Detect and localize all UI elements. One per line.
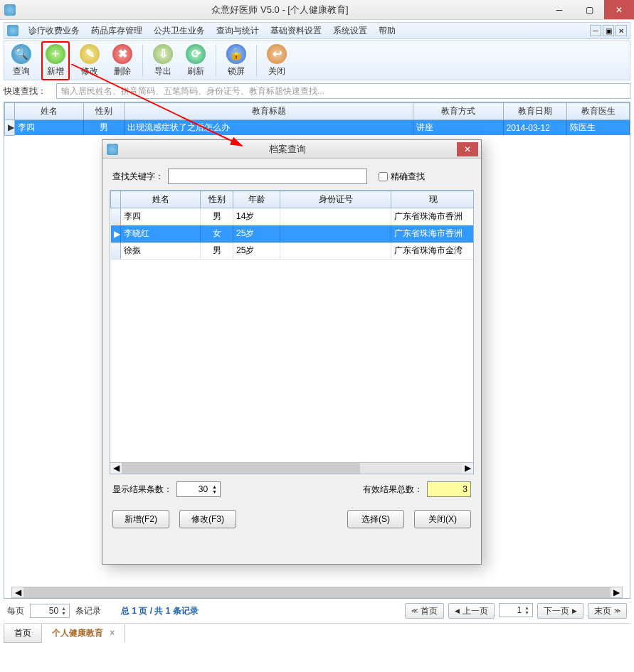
last-page-button[interactable]: 末页≫ — [588, 603, 627, 619]
toolbar-add-button[interactable]: ＋ 新增 — [41, 41, 70, 80]
cell-date: 2014-03-12 — [503, 120, 567, 136]
separator — [256, 45, 257, 76]
cell-method: 讲座 — [413, 120, 503, 136]
table-row[interactable]: ▶ 李四 男 出现流感症状了之后怎么办 讲座 2014-03-12 陈医生 — [5, 120, 630, 136]
close-icon: ↩ — [267, 44, 287, 64]
valid-count-field: 3 — [427, 481, 471, 497]
col-method-header[interactable]: 教育方式 — [413, 103, 503, 120]
row-marker: ▶ — [111, 225, 121, 242]
window-minimize-button[interactable]: ─ — [544, 0, 574, 19]
menu-inventory[interactable]: 药品库存管理 — [85, 23, 148, 38]
table-row[interactable]: 李四 男 14岁 广东省珠海市香洲 — [111, 208, 475, 225]
scroll-right-arrow[interactable]: ▶ — [462, 463, 473, 474]
scroll-left-arrow[interactable]: ◀ — [110, 463, 122, 474]
window-close-button[interactable]: ✕ — [604, 0, 634, 19]
separator — [142, 45, 143, 76]
per-page-spinner[interactable]: 50 ▲▼ — [30, 604, 70, 618]
dcol-addr-header[interactable]: 现 — [391, 191, 475, 208]
menu-system[interactable]: 系统设置 — [327, 23, 373, 38]
keyword-label: 查找关键字： — [112, 171, 164, 183]
records-label: 条记录 — [75, 605, 101, 617]
mdi-minimize-button[interactable]: ─ — [590, 25, 601, 36]
scroll-thumb[interactable] — [122, 463, 360, 474]
scroll-left-arrow[interactable]: ◀ — [12, 587, 23, 597]
exact-search-checkbox[interactable]: 精确查找 — [379, 171, 425, 183]
dcol-age-header[interactable]: 年龄 — [233, 191, 280, 208]
dcol-id-header[interactable]: 身份证号 — [280, 191, 391, 208]
toolbar-query-button[interactable]: 🔍 查询 — [9, 43, 34, 79]
table-row[interactable]: 徐振 男 25岁 广东省珠海市金湾 — [111, 242, 475, 260]
dialog-horizontal-scrollbar[interactable]: ◀ ▶ — [110, 462, 473, 474]
dcell-name: 李晓红 — [121, 225, 201, 242]
row-marker-header — [111, 191, 121, 208]
first-page-button[interactable]: ≪首页 — [405, 603, 444, 619]
toolbar-lock-button[interactable]: 🔒 锁屏 — [223, 43, 249, 79]
mdi-close-button[interactable]: ✕ — [615, 25, 627, 36]
window-titlebar: 众意好医师 V5.0 - [个人健康教育] ─ ▢ ✕ — [0, 0, 634, 20]
dialog-close-button[interactable]: ✕ — [457, 142, 478, 156]
spin-down-icon[interactable]: ▼ — [61, 611, 66, 616]
menu-help[interactable]: 帮助 — [373, 23, 401, 38]
col-sex-header[interactable]: 性别 — [84, 103, 125, 120]
plus-icon: ＋ — [46, 44, 65, 64]
document-tabs: 首页 个人健康教育 × — [4, 623, 630, 642]
cell-doctor: 陈医生 — [567, 120, 630, 136]
dcell-sex: 男 — [201, 242, 233, 260]
display-count-spinner[interactable]: 30 ▲▼ — [176, 481, 221, 497]
dialog-titlebar[interactable]: 档案查询 ✕ — [102, 140, 481, 159]
exact-checkbox-input[interactable] — [379, 172, 388, 181]
tab-health-education[interactable]: 个人健康教育 × — [41, 624, 125, 643]
col-doctor-header[interactable]: 教育医生 — [567, 103, 630, 120]
spin-down-icon[interactable]: ▼ — [212, 489, 217, 494]
spin-down-icon[interactable]: ▼ — [524, 610, 529, 615]
toolbar-refresh-button[interactable]: ⟳ 刷新 — [183, 43, 208, 79]
tab-home[interactable]: 首页 — [4, 624, 42, 643]
spin-up-icon[interactable]: ▲ — [212, 484, 217, 489]
dcol-name-header[interactable]: 姓名 — [121, 191, 201, 208]
dialog-select-button[interactable]: 选择(S) — [347, 510, 404, 528]
col-date-header[interactable]: 教育日期 — [503, 103, 567, 120]
scroll-thumb[interactable] — [23, 587, 611, 597]
page-number-spinner[interactable]: 1 ▲▼ — [499, 603, 533, 617]
dcell-name: 徐振 — [121, 242, 201, 260]
menu-billing[interactable]: 诊疗收费业务 — [23, 23, 85, 38]
horizontal-scrollbar[interactable]: ◀ ▶ — [11, 587, 623, 598]
table-row[interactable]: ▶ 李晓红 女 25岁 广东省珠海市香洲 — [111, 225, 475, 242]
menu-public-health[interactable]: 公共卫生业务 — [148, 23, 211, 38]
toolbar-edit-button[interactable]: ✎ 修改 — [77, 43, 102, 79]
scroll-right-arrow[interactable]: ▶ — [611, 587, 622, 597]
tab-close-icon[interactable]: × — [110, 628, 115, 638]
next-page-button[interactable]: 下一页▶ — [537, 603, 583, 619]
keyword-input[interactable] — [168, 169, 367, 184]
dialog-add-button[interactable]: 新增(F2) — [112, 510, 169, 528]
main-table: 姓名 性别 教育标题 教育方式 教育日期 教育医生 ▶ 李四 男 出现流感症状了… — [4, 102, 630, 136]
archive-search-dialog: 档案查询 ✕ 查找关键字： 精确查找 姓名 性别 年龄 身份证号 现 — [102, 139, 482, 565]
dialog-close-button-2[interactable]: 关闭(X) — [414, 510, 471, 528]
window-title: 众意好医师 V5.0 - [个人健康教育] — [16, 4, 544, 16]
menubar-icon — [7, 25, 19, 36]
menu-basic-data[interactable]: 基础资料设置 — [265, 23, 327, 38]
mdi-restore-button[interactable]: ▣ — [603, 25, 614, 36]
toolbar-export-button[interactable]: ⇩ 导出 — [150, 43, 176, 79]
spin-up-icon[interactable]: ▲ — [61, 606, 66, 611]
col-title-header[interactable]: 教育标题 — [125, 103, 413, 120]
quick-search-input[interactable] — [56, 83, 630, 99]
dialog-icon — [107, 144, 118, 155]
dcell-id — [280, 242, 391, 260]
prev-page-button[interactable]: ◀上一页 — [448, 603, 495, 619]
toolbar-close-button[interactable]: ↩ 关闭 — [264, 43, 290, 79]
quick-search-label: 快速查找： — [4, 85, 53, 97]
dcol-sex-header[interactable]: 性别 — [201, 191, 233, 208]
dialog-edit-button[interactable]: 修改(F3) — [179, 510, 236, 528]
col-name-header[interactable]: 姓名 — [15, 103, 84, 120]
cell-name: 李四 — [15, 120, 84, 136]
search-icon: 🔍 — [11, 44, 31, 64]
spin-up-icon[interactable]: ▲ — [524, 605, 529, 610]
menu-query-stats[interactable]: 查询与统计 — [211, 23, 265, 38]
menubar: 诊疗收费业务 药品库存管理 公共卫生业务 查询与统计 基础资料设置 系统设置 帮… — [4, 22, 630, 39]
window-maximize-button[interactable]: ▢ — [574, 0, 604, 19]
dcell-age: 14岁 — [233, 208, 280, 225]
row-marker-header — [5, 103, 15, 120]
refresh-icon: ⟳ — [186, 44, 206, 64]
toolbar-delete-button[interactable]: ✖ 删除 — [110, 43, 135, 79]
